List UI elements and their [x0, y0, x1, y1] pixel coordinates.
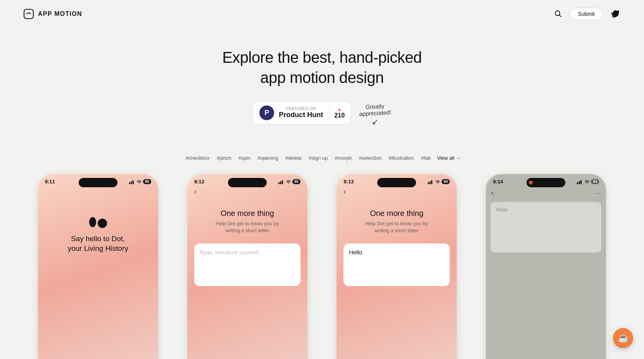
svg-rect-5	[133, 180, 134, 184]
svg-rect-10	[430, 181, 431, 184]
tag-selection[interactable]: #selection	[357, 154, 384, 162]
tag-pinch[interactable]: #pinch	[214, 154, 234, 162]
signal-icon-4	[577, 180, 583, 184]
phone-frame-1: 9:11 98 Say hello to Dot,your Living His…	[38, 174, 158, 359]
svg-line-2	[559, 15, 561, 17]
phone-frame-2: 9:12 95 ‹ One more thing Help Dot get to…	[187, 174, 307, 359]
status-bar-1: 9:11 98	[38, 174, 158, 186]
tag-fab[interactable]: #fab	[419, 154, 433, 162]
ph-upvote: ▲ 210	[329, 107, 345, 119]
svg-rect-14	[580, 180, 582, 184]
appreciated-text: Greatlyappreciated!	[359, 102, 391, 117]
svg-rect-9	[428, 182, 429, 184]
ph-vote-count: 210	[334, 112, 345, 119]
twitter-button[interactable]	[609, 8, 621, 20]
status-icons-1: 98	[129, 179, 151, 184]
hero-section: Explore the best, hand-picked app motion…	[0, 28, 644, 138]
battery-4: 94	[591, 179, 599, 184]
signal-icon-3	[428, 180, 434, 184]
header-actions: Submit	[552, 8, 621, 20]
search-button[interactable]	[552, 8, 563, 20]
wifi-icon	[136, 180, 142, 184]
tag-illustration[interactable]: #illustration	[386, 154, 416, 162]
svg-rect-8	[282, 180, 283, 184]
phone4-today-card: Today	[490, 202, 601, 252]
hero-title: Explore the best, hand-picked app motion…	[8, 47, 636, 88]
tag-morph[interactable]: #morph	[332, 154, 354, 162]
tag-delete[interactable]: #delete	[283, 154, 304, 162]
ph-product-hunt-label: Product Hunt	[279, 111, 323, 119]
svg-rect-3	[129, 182, 130, 184]
phone3-title: One more thing	[344, 209, 450, 218]
svg-rect-11	[431, 180, 432, 184]
phone4-back-icon[interactable]: ↖	[490, 190, 495, 197]
phone2-title: One more thing	[194, 209, 300, 218]
logo-text: APP MOTION	[38, 10, 82, 17]
status-icons-2: 95	[278, 179, 300, 184]
phone-card-1[interactable]: 9:11 98 Say hello to Dot,your Living His…	[23, 174, 173, 359]
coffee-icon: ☕	[618, 333, 628, 343]
status-icons-3: 94	[428, 179, 450, 184]
svg-rect-0	[24, 9, 33, 19]
signal-icon	[129, 180, 135, 184]
time-1: 9:11	[45, 179, 55, 185]
svg-rect-13	[579, 181, 580, 184]
phone2-input-card: Ryan, introduce yourself...	[194, 243, 300, 286]
svg-rect-4	[131, 181, 132, 184]
notch-3	[377, 178, 416, 187]
tag-opening[interactable]: #opening	[255, 154, 281, 162]
coffee-button[interactable]: ☕	[613, 328, 633, 348]
notch-2	[228, 178, 267, 187]
phone2-placeholder: Ryan, introduce yourself...	[200, 249, 263, 255]
ph-arrow-icon: ▲	[337, 107, 342, 112]
dot-logo	[89, 217, 107, 228]
logo-icon	[23, 9, 34, 19]
appreciated-note: Greatlyappreciated! ↙	[359, 99, 391, 126]
status-bar-4: 9:14 94	[486, 174, 606, 186]
product-hunt-section: P FEATURED ON Product Hunt ▲ 210 Greatly…	[8, 99, 636, 126]
phone-frame-4: 9:14 94 ↖ ··· Today	[486, 174, 606, 359]
signal-icon-2	[278, 180, 285, 184]
battery-3: 94	[442, 179, 450, 184]
header: APP MOTION Submit	[0, 0, 644, 28]
status-bar-3: 9:13 94	[337, 174, 457, 186]
svg-rect-6	[278, 182, 280, 184]
wifi-icon-4	[584, 180, 590, 184]
submit-button[interactable]: Submit	[570, 8, 603, 20]
wifi-icon-2	[286, 180, 291, 184]
recording-dot	[529, 181, 533, 185]
wifi-icon-3	[435, 180, 440, 184]
phone-card-4[interactable]: 9:14 94 ↖ ··· Today	[471, 174, 621, 359]
phone4-header: ↖ ···	[486, 188, 606, 199]
back-arrow-2[interactable]: ‹	[194, 186, 300, 197]
phone-frame-3: 9:13 94 ‹ One more thing Help Dot get to…	[337, 174, 457, 359]
status-icons-4: 94	[577, 179, 599, 184]
twitter-icon	[611, 10, 619, 17]
tag-spin[interactable]: #spin	[236, 154, 253, 162]
battery-2: 95	[292, 179, 300, 184]
battery-1: 98	[143, 179, 151, 184]
tag-signup[interactable]: #sign up	[306, 154, 330, 162]
product-hunt-badge[interactable]: P FEATURED ON Product Hunt ▲ 210	[253, 101, 351, 124]
ph-logo: P	[259, 105, 274, 120]
time-2: 9:12	[194, 179, 204, 185]
time-4: 9:14	[493, 179, 503, 185]
logo[interactable]: APP MOTION	[23, 9, 82, 19]
back-arrow-3[interactable]: ‹	[344, 186, 450, 197]
search-icon	[554, 10, 562, 17]
view-all-link[interactable]: View all →	[437, 155, 461, 161]
phone3-input-card: Hello	[344, 243, 450, 286]
svg-rect-7	[280, 181, 281, 184]
phone4-more-icon[interactable]: ···	[594, 189, 601, 197]
arrow-curve-icon: ↙	[372, 117, 378, 126]
tags-row: #checkbox #pinch #spin #opening #delete …	[8, 154, 636, 162]
phone4-today-label: Today	[495, 207, 508, 212]
phone-card-3[interactable]: 9:13 94 ‹ One more thing Help Dot get to…	[322, 174, 471, 359]
notch-4	[527, 178, 565, 187]
tag-checkbox[interactable]: #checkbox	[183, 154, 212, 162]
notch-1	[79, 178, 117, 187]
time-3: 9:13	[344, 179, 354, 185]
phone-card-2[interactable]: 9:12 95 ‹ One more thing Help Dot get to…	[173, 174, 322, 359]
phone2-subtitle: Help Dot get to know you bywriting a sho…	[194, 220, 300, 234]
phone3-subtitle: Help Dot get to know you bywriting a sho…	[344, 220, 450, 234]
